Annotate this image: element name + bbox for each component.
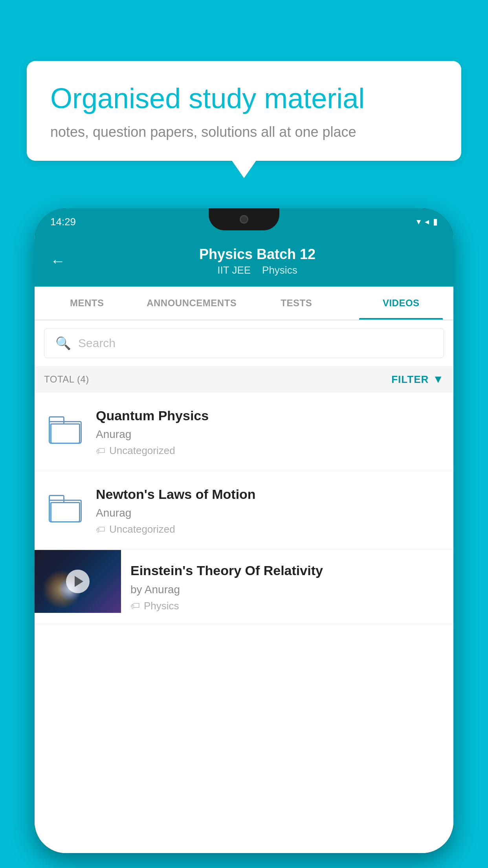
search-icon: 🔍 xyxy=(55,336,71,351)
status-bar: 14:29 ▾ ◂ ▮ xyxy=(35,208,453,235)
header-title-group: Physics Batch 12 IIT JEE Physics xyxy=(77,246,438,276)
video-list: Quantum Physics Anurag 🏷 Uncategorized xyxy=(35,393,453,853)
filter-row: TOTAL (4) FILTER ▼ xyxy=(35,366,453,393)
subtext: notes, question papers, solutions all at… xyxy=(50,124,438,140)
video-item-einstein[interactable]: Einstein's Theory Of Relativity by Anura… xyxy=(35,550,453,624)
battery-icon: ▮ xyxy=(433,217,438,227)
video-author-einstein: by Anurag xyxy=(130,583,433,596)
camera-icon xyxy=(240,215,248,224)
tag-icon-3: 🏷 xyxy=(130,600,140,611)
tab-videos[interactable]: VIDEOS xyxy=(349,287,454,320)
video-info-newton: Newton's Laws of Motion Anurag 🏷 Uncateg… xyxy=(96,485,442,535)
video-tag-newton: 🏷 Uncategorized xyxy=(96,523,442,535)
speech-bubble-container: Organised study material notes, question… xyxy=(27,61,461,161)
phone-screen: ← Physics Batch 12 IIT JEE Physics MENTS… xyxy=(35,235,453,853)
batch-title: Physics Batch 12 xyxy=(77,246,438,263)
video-title-einstein: Einstein's Theory Of Relativity xyxy=(130,562,433,579)
total-count: TOTAL (4) xyxy=(44,374,89,385)
video-info-quantum: Quantum Physics Anurag 🏷 Uncategorized xyxy=(96,407,442,457)
subtitle-iitjee: IIT JEE xyxy=(217,264,251,276)
video-item-quantum[interactable]: Quantum Physics Anurag 🏷 Uncategorized xyxy=(35,393,453,471)
headline: Organised study material xyxy=(50,81,438,115)
phone-frame: 14:29 ▾ ◂ ▮ ← Physics Batch 12 IIT JEE P… xyxy=(35,208,453,853)
search-placeholder: Search xyxy=(78,337,116,350)
video-thumb-newton xyxy=(46,487,85,530)
folder-front xyxy=(50,423,80,444)
video-tag-einstein: 🏷 Physics xyxy=(130,600,433,612)
tag-label-einstein: Physics xyxy=(144,600,179,612)
video-thumbnail-einstein xyxy=(35,550,121,613)
search-bar[interactable]: 🔍 Search xyxy=(44,328,444,358)
folder-front-2 xyxy=(50,502,80,522)
tabs-bar: MENTS ANNOUNCEMENTS TESTS VIDEOS xyxy=(35,287,453,320)
status-time: 14:29 xyxy=(50,216,76,228)
tab-ments[interactable]: MENTS xyxy=(35,287,139,320)
search-container: 🔍 Search xyxy=(35,320,453,366)
filter-icon: ▼ xyxy=(433,373,444,386)
play-icon xyxy=(75,576,83,587)
tag-icon: 🏷 xyxy=(96,445,105,456)
filter-label: FILTER xyxy=(391,373,429,386)
tag-label-quantum: Uncategorized xyxy=(109,445,175,457)
video-tag-quantum: 🏷 Uncategorized xyxy=(96,445,442,457)
folder-icon xyxy=(49,416,82,444)
subtitle-physics: Physics xyxy=(262,264,297,276)
tab-announcements[interactable]: ANNOUNCEMENTS xyxy=(139,287,244,320)
video-title-newton: Newton's Laws of Motion xyxy=(96,485,442,503)
batch-subtitle: IIT JEE Physics xyxy=(77,264,438,276)
wifi-icon: ▾ xyxy=(416,217,421,227)
video-title-quantum: Quantum Physics xyxy=(96,407,442,424)
tab-tests[interactable]: TESTS xyxy=(244,287,349,320)
video-author-newton: Anurag xyxy=(96,507,442,519)
play-button[interactable] xyxy=(66,570,90,593)
app-header: ← Physics Batch 12 IIT JEE Physics xyxy=(35,235,453,287)
speech-bubble: Organised study material notes, question… xyxy=(27,61,461,161)
back-button[interactable]: ← xyxy=(50,253,65,270)
tag-label-newton: Uncategorized xyxy=(109,523,175,535)
status-icons: ▾ ◂ ▮ xyxy=(416,217,438,227)
filter-button[interactable]: FILTER ▼ xyxy=(391,373,444,386)
video-thumb-quantum xyxy=(46,408,85,452)
folder-icon-2 xyxy=(49,495,82,522)
video-author-quantum: Anurag xyxy=(96,428,442,441)
signal-icon: ◂ xyxy=(425,217,429,227)
video-info-einstein: Einstein's Theory Of Relativity by Anura… xyxy=(121,550,442,623)
tag-icon-2: 🏷 xyxy=(96,524,105,535)
video-item-newton[interactable]: Newton's Laws of Motion Anurag 🏷 Uncateg… xyxy=(35,471,453,550)
notch xyxy=(209,208,279,230)
